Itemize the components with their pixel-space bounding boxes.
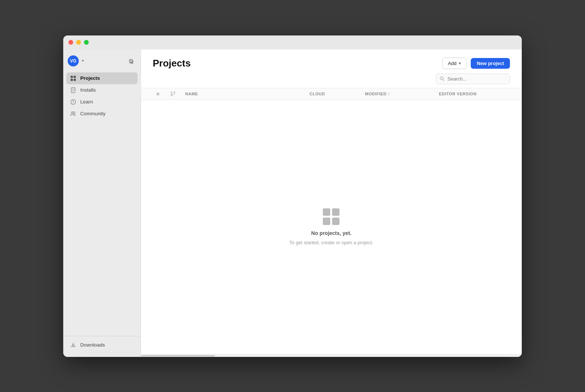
sidebar-item-downloads[interactable]: Downloads — [66, 339, 138, 351]
add-button[interactable]: Add ▼ — [442, 58, 467, 69]
search-input[interactable] — [436, 74, 510, 84]
add-button-label: Add — [448, 61, 456, 66]
sidebar-item-installs-label: Installs — [80, 87, 96, 93]
col-modified-label: MODIFIED — [365, 92, 386, 96]
svg-point-16 — [174, 92, 175, 93]
projects-icon — [70, 75, 77, 82]
svg-rect-0 — [71, 76, 73, 78]
col-cloud-label: CLOUD — [310, 92, 325, 96]
branch-icon — [170, 91, 176, 96]
add-chevron-icon: ▼ — [458, 61, 461, 65]
minimize-button[interactable] — [76, 40, 81, 45]
empty-icon-cell-1 — [323, 208, 330, 216]
sidebar-item-projects-label: Projects — [80, 75, 100, 81]
learn-icon — [70, 99, 77, 105]
empty-icon-cell-4 — [332, 218, 339, 225]
close-button[interactable] — [68, 40, 73, 45]
avatar: VG — [68, 55, 79, 67]
titlebar — [63, 35, 522, 50]
col-name-label: NAME — [185, 92, 198, 96]
sidebar-item-community-label: Community — [80, 111, 105, 116]
table-body: No projects, yet. To get started, create… — [141, 100, 522, 354]
svg-line-14 — [443, 79, 444, 81]
svg-rect-3 — [74, 79, 76, 81]
table-header: ★ NAME CLOUD MODIFIED — [141, 88, 522, 100]
svg-rect-2 — [71, 79, 73, 81]
empty-state-title: No projects, yet. — [311, 230, 352, 236]
sidebar-item-learn-label: Learn — [80, 99, 93, 105]
svg-point-10 — [73, 103, 74, 103]
app-body: VG ▼ — [63, 50, 522, 357]
col-star[interactable]: ★ — [153, 88, 168, 100]
empty-icon-cell-3 — [323, 218, 330, 225]
svg-point-15 — [171, 92, 172, 93]
col-modified[interactable]: MODIFIED ↑ — [362, 88, 436, 100]
bottom-scrollbar[interactable] — [141, 354, 522, 357]
chevron-down-icon: ▼ — [81, 59, 85, 63]
main-header: Projects Add ▼ New project — [141, 50, 522, 74]
search-container — [436, 74, 510, 84]
user-section[interactable]: VG ▼ — [68, 55, 85, 67]
sidebar-item-installs[interactable]: Installs — [66, 84, 138, 96]
sidebar-header: VG ▼ — [63, 54, 141, 72]
traffic-lights — [68, 40, 89, 45]
col-editor-version: EDITOR VERSION — [436, 88, 510, 100]
sidebar-item-community[interactable]: Community — [66, 108, 138, 120]
empty-icon-cell-2 — [332, 208, 339, 216]
gear-icon — [128, 58, 134, 64]
scrollbar-thumb[interactable] — [141, 355, 215, 357]
svg-rect-1 — [74, 76, 76, 78]
new-project-button[interactable]: New project — [471, 58, 510, 69]
col-cloud[interactable]: CLOUD — [307, 88, 362, 100]
maximize-button[interactable] — [84, 40, 89, 45]
sidebar: VG ▼ — [63, 50, 141, 357]
installs-icon — [70, 87, 77, 93]
new-project-button-label: New project — [477, 61, 504, 66]
settings-button[interactable] — [126, 56, 136, 66]
sidebar-bottom: Downloads — [63, 336, 141, 352]
search-icon — [440, 76, 444, 81]
sort-arrow-icon: ↑ — [388, 92, 390, 96]
star-icon: ★ — [156, 91, 160, 97]
col-name[interactable]: NAME — [182, 88, 307, 100]
col-editor-version-label: EDITOR VERSION — [439, 92, 477, 96]
sidebar-item-learn[interactable]: Learn — [66, 96, 138, 108]
app-window: VG ▼ — [63, 35, 522, 357]
svg-point-11 — [71, 112, 73, 113]
search-bar-row — [141, 74, 522, 88]
empty-state: No projects, yet. To get started, create… — [290, 208, 373, 245]
svg-point-12 — [73, 112, 75, 113]
empty-icon — [323, 208, 339, 225]
sidebar-nav: Projects Installs — [63, 72, 141, 333]
empty-state-subtitle: To get started, create or open a project… — [290, 240, 373, 245]
col-branch[interactable] — [168, 88, 182, 100]
sidebar-item-projects[interactable]: Projects — [66, 72, 138, 84]
main-content: Projects Add ▼ New project — [141, 50, 522, 357]
sidebar-item-downloads-label: Downloads — [80, 342, 105, 348]
downloads-icon — [70, 342, 77, 348]
page-title: Projects — [153, 58, 191, 69]
header-actions: Add ▼ New project — [442, 58, 510, 69]
community-icon — [70, 110, 77, 117]
